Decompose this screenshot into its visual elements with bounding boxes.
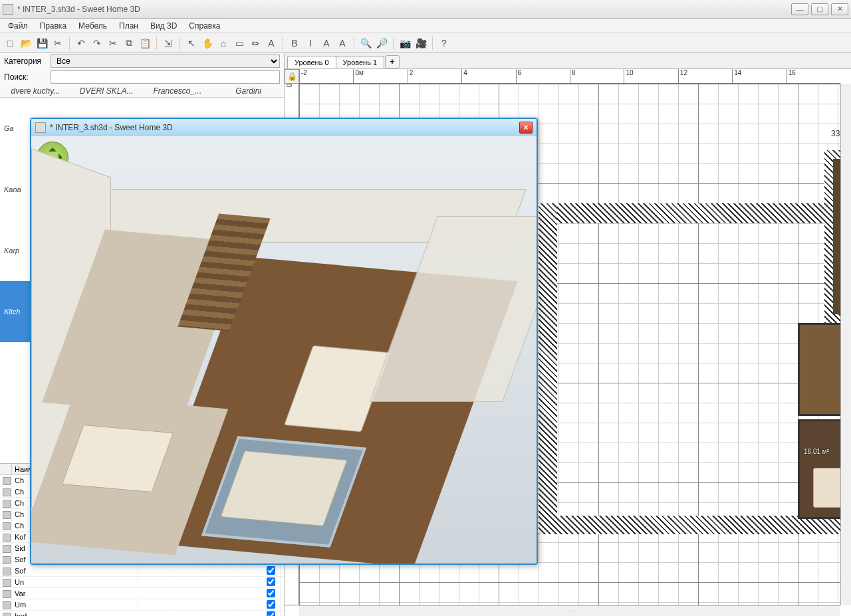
window-title: * INTER_3.sh3d - Sweet Home 3D [17, 5, 791, 14]
view3d-close-button[interactable]: × [519, 122, 533, 134]
view3d-viewport[interactable] [31, 136, 537, 564]
titlebar: * INTER_3.sh3d - Sweet Home 3D — ▢ ✕ [0, 0, 851, 19]
level-tabs: Уровень 0Уровень 1+ [285, 53, 851, 69]
catalog-column[interactable]: dvere kuchy... [0, 86, 71, 96]
menu-план[interactable]: План [114, 20, 144, 32]
ruler-tick: 6 [516, 69, 570, 83]
help-icon[interactable]: ? [437, 36, 451, 51]
create-rooms-icon[interactable]: ▭ [232, 36, 247, 51]
view3d-window[interactable]: * INTER_3.sh3d - Sweet Home 3D × [30, 118, 538, 565]
dimension-label: 330 [831, 129, 840, 138]
view3d-titlebar[interactable]: * INTER_3.sh3d - Sweet Home 3D × [31, 119, 537, 136]
menu-файл[interactable]: Файл [3, 20, 33, 32]
ruler-tick: -2 [299, 69, 353, 83]
view3d-app-icon [35, 122, 46, 133]
table-row[interactable]: Um [0, 599, 284, 611]
text-bold-icon[interactable]: B [287, 36, 302, 51]
copy-icon[interactable]: ⧉ [122, 36, 136, 51]
visible-checkbox[interactable] [267, 577, 275, 586]
ruler-tick: 8 [570, 69, 624, 83]
scrollbar-vertical[interactable] [840, 84, 851, 605]
ruler-horizontal: 🔒 -20м246810121416 [299, 69, 840, 84]
undo-icon[interactable]: ↶ [74, 36, 88, 51]
create-text-icon[interactable]: A [264, 36, 279, 51]
pan-icon[interactable]: ✋ [200, 36, 215, 51]
app-icon [3, 4, 13, 15]
table-row[interactable]: Sof [0, 565, 284, 577]
toolbar: □📂💾✂↶↷✂⧉📋⇲↖✋⌂▭⇔ABIAA🔍🔎📷🎥? [0, 33, 851, 53]
redo-icon[interactable]: ↷ [90, 36, 104, 51]
photo-icon[interactable]: 📷 [398, 36, 412, 51]
ruler-tick: 12 [678, 69, 732, 83]
create-walls-icon[interactable]: ⌂ [216, 36, 231, 51]
visible-checkbox[interactable] [267, 600, 275, 609]
level-tab[interactable]: Уровень 0 [287, 56, 336, 68]
ruler-tick: 10 [624, 69, 677, 83]
lock-icon[interactable]: 🔒 [285, 69, 299, 84]
catalog-column[interactable]: DVERI SKLA... [71, 86, 142, 96]
add-furniture-icon[interactable]: ⇲ [161, 36, 176, 51]
menu-вид 3d[interactable]: Вид 3D [145, 20, 182, 32]
room-label-r4: 16,01 м² [804, 448, 829, 455]
table-row[interactable]: Un [0, 577, 284, 588]
level-tab[interactable]: Уровень 1 [336, 56, 385, 68]
zoom-out-icon[interactable]: 🔎 [374, 36, 389, 51]
close-button[interactable]: ✕ [831, 3, 848, 15]
menu-справка[interactable]: Справка [183, 20, 225, 32]
table-row[interactable]: Var [0, 588, 284, 599]
text-italic-icon[interactable]: I [303, 36, 318, 51]
visible-checkbox[interactable] [267, 566, 275, 575]
video-icon[interactable]: 🎥 [414, 36, 428, 51]
minimize-button[interactable]: — [791, 3, 808, 15]
preferences-icon[interactable]: ✂ [51, 36, 65, 51]
catalog-column[interactable]: Francesco_... [142, 86, 213, 96]
menu-мебель[interactable]: Мебель [73, 20, 112, 32]
category-label: Категория [4, 56, 48, 66]
ruler-tick: 2 [408, 69, 461, 83]
ruler-tick: 0м [353, 69, 407, 83]
menu-правка[interactable]: Правка [35, 20, 72, 32]
cut-icon[interactable]: ✂ [106, 36, 120, 51]
visible-checkbox[interactable] [267, 611, 275, 617]
new-file-icon[interactable]: □ [3, 36, 17, 51]
maximize-button[interactable]: ▢ [811, 3, 828, 15]
text-smaller-icon[interactable]: A [335, 36, 350, 51]
zoom-in-icon[interactable]: 🔍 [358, 36, 373, 51]
create-dimensions-icon[interactable]: ⇔ [248, 36, 263, 51]
search-input[interactable] [51, 70, 280, 84]
paste-icon[interactable]: 📋 [138, 36, 152, 51]
open-icon[interactable]: 📂 [19, 36, 33, 51]
view3d-title: * INTER_3.sh3d - Sweet Home 3D [50, 123, 515, 132]
menubar: ФайлПравкаМебельПланВид 3DСправка [0, 19, 851, 33]
ruler-tick: 16 [787, 69, 840, 83]
floorplan: Гостиная 42,02 м² 21,44 м² 8,57 м² [532, 117, 840, 582]
visible-checkbox[interactable] [267, 589, 275, 597]
catalog-column[interactable]: Gardini [213, 86, 284, 96]
select-icon[interactable]: ↖ [184, 36, 199, 51]
text-larger-icon[interactable]: A [319, 36, 334, 51]
save-icon[interactable]: 💾 [35, 36, 49, 51]
ruler-tick: 14 [732, 69, 786, 83]
ruler-tick: 4 [461, 69, 515, 83]
scrollbar-horizontal[interactable]: ⋯ [299, 605, 840, 616]
search-label: Поиск: [4, 72, 48, 82]
category-select[interactable]: Все [51, 54, 280, 68]
catalog-header: dvere kuchy...DVERI SKLA...Francesco_...… [0, 85, 284, 98]
table-row[interactable]: bed [0, 611, 284, 616]
add-level-button[interactable]: + [385, 55, 400, 68]
